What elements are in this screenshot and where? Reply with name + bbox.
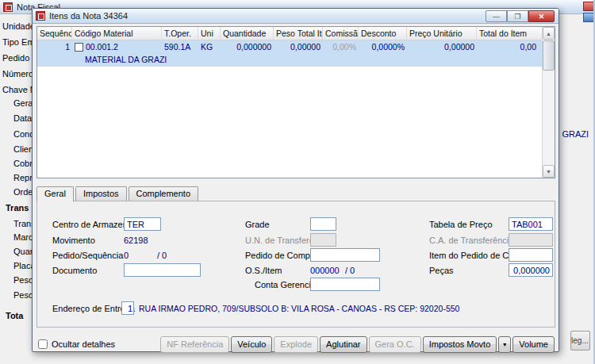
dialog-title: Itens da Nota 34364 xyxy=(49,11,128,21)
col-total-do-item[interactable]: Total do Item xyxy=(477,27,539,40)
movimento-value: 62198 xyxy=(124,236,148,245)
bg-label: Pedido xyxy=(2,53,29,63)
items-grid: Sequência Código Material T.Oper. Uni Qu… xyxy=(36,26,555,178)
explode-button: Explode xyxy=(274,336,318,353)
window-icon-fragment xyxy=(583,13,593,22)
pedido-sequencia-value1: 0 xyxy=(124,251,129,260)
bg-value-fragment: GRAZI xyxy=(562,129,589,139)
gera-oc-button: Gera O.C. xyxy=(369,336,421,353)
grid-scrollbar[interactable]: ▲ ▼ xyxy=(542,27,555,178)
bg-label: Gera xyxy=(13,98,33,108)
conta-gerencial-label: Conta Gerencial xyxy=(255,280,318,289)
detail-tabs: Geral Impostos Complemento xyxy=(36,186,200,201)
bg-label: Trans xyxy=(6,203,29,213)
cell-sequencia: 1 xyxy=(37,40,72,54)
grid-header: Sequência Código Material T.Oper. Uni Qu… xyxy=(37,27,543,40)
cell-preco-unitario: 0,00000 xyxy=(407,40,477,54)
item-pedido-compra-input[interactable] xyxy=(509,248,553,262)
col-sequencia[interactable]: Sequência xyxy=(37,27,72,40)
pedido-compra-input[interactable] xyxy=(310,248,380,262)
cell-comissao: 0,00% xyxy=(323,40,359,54)
documento-label: Documento xyxy=(52,266,97,275)
minimize-button[interactable]: — xyxy=(486,10,507,22)
ocultar-detalhes-label: Ocultar detalhes xyxy=(52,339,115,349)
scrollbar-thumb[interactable] xyxy=(543,40,555,71)
col-quantidade[interactable]: Quantidade xyxy=(221,27,274,40)
cell-t-oper: 590.1A xyxy=(162,40,198,54)
bg-label: Número xyxy=(2,69,33,79)
dialog-titlebar[interactable]: Itens da Nota 34364 xyxy=(33,9,559,24)
row-checkbox[interactable] xyxy=(75,43,83,52)
bg-label: Peso xyxy=(13,275,33,285)
col-codigo-material[interactable]: Código Material xyxy=(72,27,162,40)
pedido-sequencia-value2: / 0 xyxy=(157,251,167,260)
maximize-button[interactable]: ❐ xyxy=(507,10,528,22)
grade-label: Grade xyxy=(245,220,270,229)
scroll-down-icon[interactable]: ▼ xyxy=(543,165,555,178)
tabela-preco-label: Tabela de Preço xyxy=(429,220,493,229)
cell-codigo-text: 00.001.2 xyxy=(86,42,118,52)
endereco-entrega-number-input[interactable] xyxy=(121,301,134,315)
cell-desconto: 0,0000% xyxy=(359,40,407,54)
ocultar-detalhes-checkbox[interactable] xyxy=(38,339,48,349)
grid-body: 1 00.001.2 590.1A KG 0,000000 0,00000 0,… xyxy=(37,40,542,178)
bg-label: Peso xyxy=(13,290,33,300)
tab-impostos[interactable]: Impostos xyxy=(75,186,127,201)
impostos-movto-button[interactable]: Impostos Movto xyxy=(423,336,497,353)
cell-total-item: 0,00 xyxy=(477,40,539,54)
ca-transferencia-label: C.A. de Transferência xyxy=(429,236,513,245)
grade-input[interactable] xyxy=(310,217,336,231)
dialog-footer: Ocultar detalhes NF Referência Veículo E… xyxy=(36,335,555,353)
col-preco-unitario[interactable]: Preço Unitário xyxy=(407,27,477,40)
close-button-fragment[interactable] xyxy=(583,2,593,11)
movimento-label: Movimento xyxy=(52,236,95,245)
tab-geral[interactable]: Geral xyxy=(36,186,74,201)
pecas-input[interactable] xyxy=(509,263,553,277)
bg-label: Tota xyxy=(6,311,23,320)
cell-codigo: 00.001.2 xyxy=(72,40,162,54)
pedido-sequencia-label: Pedido/Sequência xyxy=(52,251,123,260)
nf-referencia-button: NF Referência xyxy=(160,336,229,353)
bg-button-fragment[interactable]: leg... xyxy=(570,331,590,351)
col-peso-total-item[interactable]: Peso Total Item xyxy=(274,27,323,40)
cell-descricao: MATERIAL DA GRAZI xyxy=(37,54,542,67)
bg-label: Unidade xyxy=(2,21,35,31)
itens-da-nota-dialog: Itens da Nota 34364 — ❐ ✕ Sequência Códi… xyxy=(32,8,559,352)
un-transferencia-input xyxy=(310,233,336,247)
tabela-preco-input[interactable] xyxy=(509,217,553,231)
conta-gerencial-input[interactable] xyxy=(310,278,380,291)
col-uni[interactable]: Uni xyxy=(198,27,221,40)
col-t-oper[interactable]: T.Oper. xyxy=(162,27,198,40)
cell-quantidade: 0,000000 xyxy=(221,40,274,54)
app-logo-icon xyxy=(3,2,13,12)
col-desconto[interactable]: Desconto xyxy=(359,27,407,40)
window-controls: — ❐ ✕ xyxy=(486,10,555,22)
volume-button[interactable]: Volume xyxy=(512,336,555,353)
pedido-compra-label: Pedido de Compra xyxy=(245,251,318,260)
os-item-value1: 000000 xyxy=(310,266,340,275)
scroll-up-icon[interactable]: ▲ xyxy=(543,27,555,40)
close-button[interactable]: ✕ xyxy=(528,10,555,22)
cell-uni: KG xyxy=(198,40,221,54)
ca-transferencia-input xyxy=(509,233,553,247)
aglutinar-button[interactable]: Aglutinar xyxy=(320,336,367,353)
table-row[interactable]: 1 00.001.2 590.1A KG 0,000000 0,00000 0,… xyxy=(37,40,542,67)
tab-complemento[interactable]: Complemento xyxy=(129,186,198,201)
impostos-movto-dropdown-icon[interactable]: ▼ xyxy=(498,336,511,353)
col-comissao[interactable]: Comissão xyxy=(323,27,359,40)
endereco-entrega-address: RUA IRMAO PEDRO, 709/SUBSOLO B: VILA ROS… xyxy=(139,304,459,313)
documento-input[interactable] xyxy=(124,263,201,277)
cell-peso-total: 0,00000 xyxy=(274,40,323,54)
dialog-logo-icon xyxy=(36,11,45,21)
veiculo-button[interactable]: Veículo xyxy=(231,336,272,353)
os-item-label: O.S./Item xyxy=(245,266,282,275)
pecas-label: Peças xyxy=(429,266,454,275)
os-item-value2: / 0 xyxy=(345,266,355,275)
footer-buttons: NF Referência Veículo Explode Aglutinar … xyxy=(160,336,555,353)
bg-label: Data xyxy=(13,113,32,123)
centro-armazenagem-input[interactable] xyxy=(124,217,161,231)
